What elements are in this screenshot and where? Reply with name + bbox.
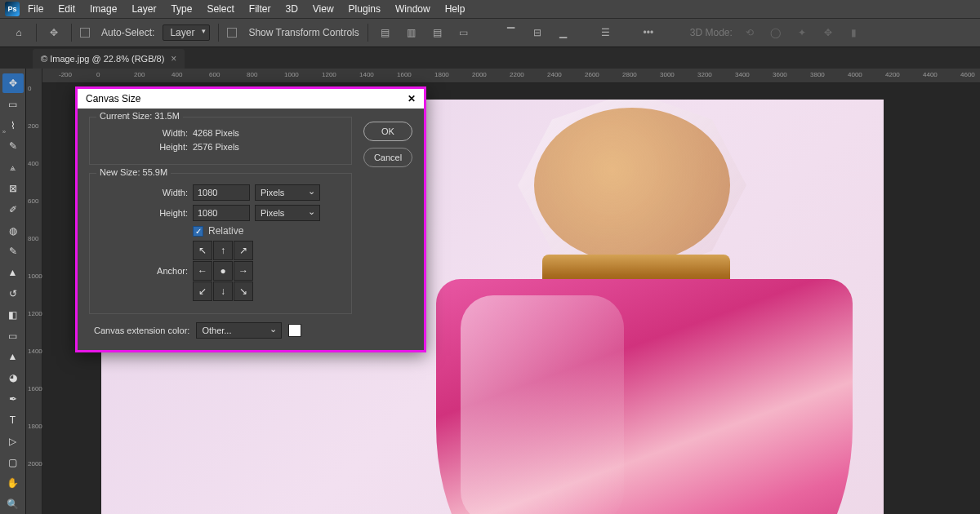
document-tab-bar: © Image.jpg @ 22.8% (RGB/8) ×	[0, 47, 980, 69]
close-tab-icon[interactable]: ×	[171, 53, 176, 64]
auto-select-checkbox[interactable]	[80, 28, 90, 38]
extension-color-label: Canvas extension color:	[94, 326, 189, 335]
dialog-titlebar[interactable]: Canvas Size ✕	[78, 89, 424, 109]
current-size-group: Current Size: 31.5M Width:4268 Pixels He…	[89, 117, 352, 165]
align-right-icon[interactable]: ▤	[429, 24, 447, 42]
anchor-n[interactable]: ↑	[213, 241, 233, 260]
auto-select-label: Auto-Select:	[101, 27, 154, 38]
anchor-s[interactable]: ↓	[213, 281, 233, 301]
align-center-h-icon[interactable]: ▥	[403, 24, 421, 42]
eyedropper-tool-icon[interactable]: ✐	[2, 200, 24, 219]
distribute-icon[interactable]: ☰	[597, 24, 615, 42]
new-height-label: Height:	[98, 208, 188, 218]
3d-slide-icon: ✥	[819, 24, 837, 42]
menu-edit[interactable]: Edit	[51, 1, 82, 17]
anchor-nw[interactable]: ↖	[193, 241, 212, 260]
menu-bar: Ps File Edit Image Layer Type Select Fil…	[0, 0, 980, 18]
current-size-legend: Current Size: 31.5M	[96, 111, 183, 121]
history-brush-tool-icon[interactable]: ↺	[2, 284, 24, 304]
new-size-group: New Size: 55.9M Width: Pixels Height: Pi…	[89, 173, 352, 314]
new-width-input[interactable]	[193, 184, 250, 201]
expand-panels-icon[interactable]: »	[0, 126, 8, 137]
horizontal-ruler: -200 0 200 400 600 800 1000 1200 1400 16…	[42, 69, 980, 83]
anchor-e[interactable]: →	[234, 261, 253, 281]
blur-tool-icon[interactable]: ▲	[2, 348, 24, 367]
menu-filter[interactable]: Filter	[243, 1, 278, 17]
auto-select-target[interactable]: Layer	[163, 24, 210, 41]
hand-tool-icon[interactable]: ✋	[2, 473, 24, 493]
current-height-label: Height:	[98, 142, 188, 152]
anchor-label: Anchor:	[98, 266, 188, 276]
current-width-value: 4268 Pixels	[193, 128, 239, 138]
brush-tool-icon[interactable]: ✎	[2, 242, 24, 262]
close-dialog-icon[interactable]: ✕	[408, 93, 416, 104]
3d-mode-label: 3D Mode:	[690, 27, 733, 38]
anchor-center[interactable]: ●	[213, 261, 233, 281]
align-top-icon[interactable]: ▔	[502, 24, 520, 42]
extension-color-swatch[interactable]	[288, 324, 301, 337]
menu-view[interactable]: View	[306, 1, 341, 17]
shape-tool-icon[interactable]: ▢	[2, 453, 24, 472]
show-transform-checkbox[interactable]	[227, 28, 237, 38]
menu-3d[interactable]: 3D	[278, 1, 304, 17]
3d-orbit-icon: ⟲	[741, 24, 759, 42]
menu-image[interactable]: Image	[83, 1, 123, 17]
more-options-icon[interactable]: •••	[639, 24, 657, 42]
anchor-w[interactable]: ←	[193, 261, 212, 281]
relative-label: Relative	[208, 225, 243, 237]
anchor-ne[interactable]: ↗	[234, 241, 253, 260]
new-height-unit[interactable]: Pixels	[255, 205, 320, 221]
gradient-tool-icon[interactable]: ▭	[2, 326, 24, 346]
menu-layer[interactable]: Layer	[125, 1, 163, 17]
move-tool-icon[interactable]: ✥	[45, 24, 63, 42]
align-bottom-icon[interactable]: ▁	[555, 24, 572, 42]
pen-tool-icon[interactable]: ✒	[2, 389, 24, 409]
menu-plugins[interactable]: Plugins	[342, 1, 387, 17]
show-transform-label: Show Transform Controls	[248, 27, 359, 38]
healing-tool-icon[interactable]: ◍	[2, 221, 24, 241]
new-height-input[interactable]	[193, 205, 250, 221]
3d-pan-icon: ✦	[793, 24, 811, 42]
new-size-legend: New Size: 55.9M	[96, 167, 171, 177]
align-stretch-h-icon[interactable]: ▭	[455, 24, 473, 42]
menu-window[interactable]: Window	[389, 1, 437, 17]
crop-tool-icon[interactable]: ⟁	[2, 157, 24, 177]
home-icon[interactable]: ⌂	[10, 24, 28, 42]
relative-checkbox[interactable]: ✓	[193, 226, 203, 237]
canvas-size-dialog: Canvas Size ✕ Current Size: 31.5M Width:…	[75, 86, 426, 352]
menu-help[interactable]: Help	[439, 1, 472, 17]
type-tool-icon[interactable]: T	[2, 410, 24, 430]
frame-tool-icon[interactable]: ⊠	[2, 179, 24, 198]
new-width-unit[interactable]: Pixels	[255, 184, 320, 201]
menu-type[interactable]: Type	[164, 1, 198, 17]
zoom-tool-icon[interactable]: 🔍	[2, 494, 24, 514]
options-bar: ⌂ ✥ Auto-Select: Layer Show Transform Co…	[0, 18, 980, 47]
current-height-value: 2576 Pixels	[193, 142, 239, 152]
vertical-ruler: 0 200 400 600 800 1000 1200 1400 1600 18…	[26, 69, 42, 514]
stamp-tool-icon[interactable]: ▲	[2, 263, 24, 282]
document-tab-title: © Image.jpg @ 22.8% (RGB/8)	[41, 54, 164, 64]
document-tab[interactable]: © Image.jpg @ 22.8% (RGB/8) ×	[33, 49, 185, 69]
quick-select-tool-icon[interactable]: ✎	[2, 136, 24, 156]
current-width-label: Width:	[98, 128, 188, 138]
extension-color-select[interactable]: Other...	[196, 322, 282, 339]
anchor-grid: ↖ ↑ ↗ ← ● → ↙ ↓ ↘	[193, 241, 253, 301]
anchor-se[interactable]: ↘	[234, 281, 253, 301]
menu-select[interactable]: Select	[200, 1, 240, 17]
3d-camera-icon: ▮	[845, 24, 863, 42]
new-width-label: Width:	[98, 188, 188, 197]
dodge-tool-icon[interactable]: ◕	[2, 368, 24, 388]
move-tool-icon[interactable]: ✥	[2, 73, 24, 93]
cancel-button[interactable]: Cancel	[363, 148, 412, 167]
ok-button[interactable]: OK	[363, 122, 412, 141]
anchor-sw[interactable]: ↙	[193, 281, 212, 301]
path-select-tool-icon[interactable]: ▷	[2, 432, 24, 451]
eraser-tool-icon[interactable]: ◧	[2, 305, 24, 325]
3d-roll-icon: ◯	[767, 24, 785, 42]
dialog-title: Canvas Size	[86, 93, 140, 104]
align-left-icon[interactable]: ▤	[376, 24, 394, 42]
menu-file[interactable]: File	[21, 1, 50, 17]
app-logo: Ps	[5, 2, 20, 16]
marquee-tool-icon[interactable]: ▭	[2, 95, 24, 114]
align-middle-icon[interactable]: ⊟	[528, 24, 546, 42]
